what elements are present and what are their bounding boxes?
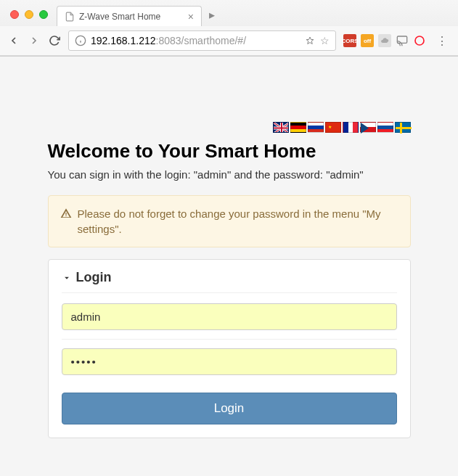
browser-chrome: Z-Wave Smart Home × ▸ 192.168.1.212:8083… [0, 0, 458, 57]
warning-text: Please do not forget to change your pass… [78, 206, 398, 237]
login-panel: Login Login [48, 259, 411, 438]
flag-fr[interactable] [343, 122, 359, 133]
forward-button[interactable] [28, 34, 41, 47]
warning-icon [60, 208, 72, 219]
language-flags: ★ [48, 122, 411, 133]
tab-title: Z-Wave Smart Home [79, 12, 182, 22]
warning-alert: Please do not forget to change your pass… [48, 195, 411, 247]
extension-off-icon[interactable]: off [361, 34, 374, 47]
password-input[interactable] [62, 348, 397, 375]
flag-de[interactable] [290, 122, 306, 133]
close-window-button[interactable] [10, 10, 19, 19]
bookmark-icon[interactable]: ☆ [320, 35, 330, 46]
url-path: :8083/smarthome/#/ [156, 35, 247, 46]
tab-bar: Z-Wave Smart Home × ▸ [0, 0, 458, 26]
login-button[interactable]: Login [62, 393, 397, 424]
page-title: Welcome to Your Smart Home [48, 140, 411, 163]
tab-close-icon[interactable]: × [188, 11, 194, 22]
url-host: 192.168.1.212 [91, 35, 156, 46]
window-controls [6, 10, 54, 26]
svg-point-4 [415, 36, 424, 45]
chevron-down-icon [62, 273, 72, 283]
svg-rect-3 [397, 36, 406, 43]
flag-se[interactable] [395, 122, 411, 133]
page-favicon-icon [65, 12, 75, 22]
login-panel-title: Login [76, 270, 112, 285]
login-panel-header[interactable]: Login [62, 270, 397, 293]
extension-icons: CORS off [343, 34, 426, 47]
flag-ru[interactable] [308, 122, 324, 133]
flag-cz[interactable] [360, 122, 376, 133]
flag-sk[interactable] [377, 122, 393, 133]
extension-cors-icon[interactable]: CORS [343, 34, 356, 47]
browser-menu-button[interactable]: ⋮ [433, 34, 451, 48]
browser-toolbar: 192.168.1.212:8083/smarthome/#/ ☆ CORS o… [0, 26, 458, 56]
extension-cloud-icon[interactable] [378, 34, 391, 47]
back-button[interactable] [7, 34, 20, 47]
page-body: ★ Welcome to Your Smart Home You can sig… [0, 57, 458, 476]
svg-marker-7 [361, 123, 369, 134]
svg-rect-9 [396, 127, 412, 129]
reload-button[interactable] [48, 34, 61, 47]
cast-icon[interactable] [396, 34, 409, 47]
new-tab-button[interactable]: ▸ [202, 8, 222, 26]
address-bar[interactable]: 192.168.1.212:8083/smarthome/#/ ☆ [68, 30, 336, 51]
site-info-icon[interactable] [75, 35, 86, 46]
username-input[interactable] [62, 303, 397, 330]
flag-uk[interactable] [273, 122, 289, 133]
svg-text:★: ★ [328, 125, 332, 129]
browser-tab[interactable]: Z-Wave Smart Home × [57, 6, 202, 26]
maximize-window-button[interactable] [39, 10, 48, 19]
extension-opera-icon[interactable] [413, 34, 426, 47]
flag-cn[interactable]: ★ [325, 122, 341, 133]
pin-icon[interactable] [306, 36, 314, 45]
page-subtitle: You can sign in with the login: "admin" … [48, 167, 411, 182]
minimize-window-button[interactable] [25, 10, 33, 19]
